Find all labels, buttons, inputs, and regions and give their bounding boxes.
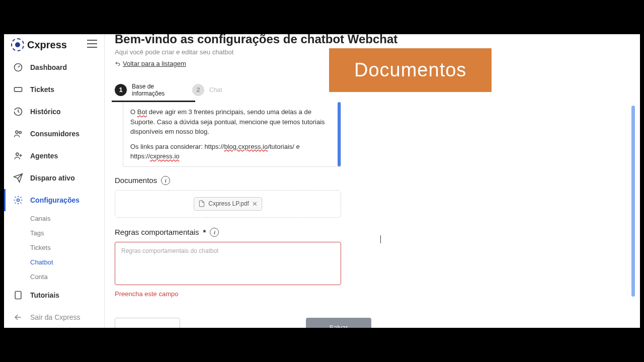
step-1-number: 1: [115, 84, 127, 96]
nav-label: Sair da Cxpress: [30, 313, 80, 321]
hamburger-icon[interactable]: [87, 40, 97, 50]
gauge-icon: [13, 62, 23, 72]
step-1-label: Base de informações: [132, 83, 177, 98]
rules-textarea[interactable]: [115, 242, 341, 285]
step-2[interactable]: 2 Chat: [192, 84, 222, 100]
svg-rect-1: [15, 87, 22, 92]
context-scrollbar[interactable]: [338, 102, 341, 166]
sidebar-item-agentes[interactable]: Agentes: [4, 145, 104, 167]
nav-label: Dashboard: [30, 63, 67, 71]
main-content: Bem-vindo as configurações de chatbot We…: [105, 34, 640, 328]
overlay-banner: Documentos: [329, 48, 492, 92]
back-link-label: Voltar para a listagem: [123, 60, 186, 67]
subnav-conta[interactable]: Conta: [30, 269, 104, 284]
nav-label: Configurações: [30, 196, 79, 204]
documentos-label: Documentos i: [115, 176, 630, 185]
nav-label: Agentes: [30, 152, 58, 160]
gear-icon: [13, 195, 23, 205]
sidebar-item-disparo[interactable]: Disparo ativo: [4, 167, 104, 189]
agent-icon: [13, 151, 23, 161]
app-viewport: Cxpress Dashboard Tickets Histórico Cons…: [4, 34, 640, 328]
file-icon: [198, 200, 205, 207]
step-2-label: Chat: [209, 86, 222, 94]
subnav-canais[interactable]: Canais: [30, 211, 104, 226]
sidebar-item-dashboard[interactable]: Dashboard: [4, 56, 104, 78]
back-to-list-link[interactable]: Voltar para a listagem: [115, 60, 186, 67]
svg-point-5: [17, 199, 20, 202]
sidebar: Cxpress Dashboard Tickets Histórico Cons…: [4, 34, 105, 328]
undo-icon: [115, 61, 121, 67]
arrow-left-icon: [13, 312, 23, 322]
context-paragraph-1: O Bot deve agir em 3 frentes principais,…: [130, 107, 334, 137]
nav-label: Tickets: [30, 85, 54, 94]
subnav-tags[interactable]: Tags: [30, 226, 104, 240]
nav-label: Disparo ativo: [30, 174, 75, 182]
text-cursor-icon: [380, 235, 381, 243]
page-title: Bem-vindo as configurações de chatbot We…: [115, 34, 630, 46]
sidebar-item-tutoriais[interactable]: Tutoriais: [4, 284, 104, 306]
primary-nav: Dashboard Tickets Histórico Consumidores…: [4, 56, 104, 328]
logo-mark-icon: [11, 38, 24, 51]
ticket-icon: [13, 84, 23, 95]
brand-logo: Cxpress: [11, 38, 67, 51]
history-icon: [13, 107, 23, 117]
svg-rect-6: [15, 292, 21, 299]
file-chip: Cxpress LP.pdf ✕: [194, 197, 262, 211]
info-icon[interactable]: i: [210, 228, 219, 237]
info-icon[interactable]: i: [161, 176, 170, 185]
sidebar-item-tickets[interactable]: Tickets: [4, 78, 104, 101]
svg-point-2: [16, 131, 18, 133]
file-name: Cxpress LP.pdf: [208, 200, 249, 207]
sidebar-item-logout[interactable]: Sair da Cxpress: [4, 306, 104, 328]
svg-point-4: [16, 153, 19, 155]
context-paragraph-2: Os links para considerar: https://blog.c…: [130, 142, 334, 161]
step-1[interactable]: 1 Base de informações: [115, 83, 177, 102]
sidebar-item-consumidores[interactable]: Consumidores: [4, 123, 104, 145]
config-subnav: Canais Tags Tickets Chatbot Conta: [4, 211, 104, 284]
logo-row: Cxpress: [4, 36, 104, 56]
nav-label: Consumidores: [30, 130, 79, 138]
book-icon: [13, 290, 23, 300]
button-row: Voltar Salvar chatbot: [115, 318, 630, 328]
nav-label: Tutoriais: [30, 291, 59, 299]
sidebar-item-historico[interactable]: Histórico: [4, 101, 104, 123]
save-chatbot-button[interactable]: Salvar chatbot: [306, 318, 371, 328]
main-scrollbar[interactable]: [631, 106, 635, 297]
rules-error: Preencha este campo: [115, 290, 630, 298]
svg-point-3: [19, 131, 21, 133]
context-textarea[interactable]: O Bot deve agir em 3 frentes principais,…: [123, 102, 341, 167]
remove-file-icon[interactable]: ✕: [252, 200, 258, 208]
subnav-chatbot[interactable]: Chatbot: [30, 255, 104, 269]
subnav-tickets[interactable]: Tickets: [30, 240, 104, 255]
file-dropzone[interactable]: Cxpress LP.pdf ✕: [115, 190, 341, 218]
form-area: O Bot deve agir em 3 frentes principais,…: [115, 102, 630, 328]
back-button[interactable]: Voltar: [115, 318, 180, 328]
sidebar-item-configuracoes[interactable]: Configurações: [4, 189, 104, 211]
send-icon: [13, 173, 23, 183]
step-2-number: 2: [192, 84, 204, 96]
regras-label: Regras comportamentais* i: [115, 228, 630, 237]
nav-label: Histórico: [30, 108, 61, 116]
brand-name: Cxpress: [27, 39, 67, 51]
users-icon: [13, 129, 23, 139]
